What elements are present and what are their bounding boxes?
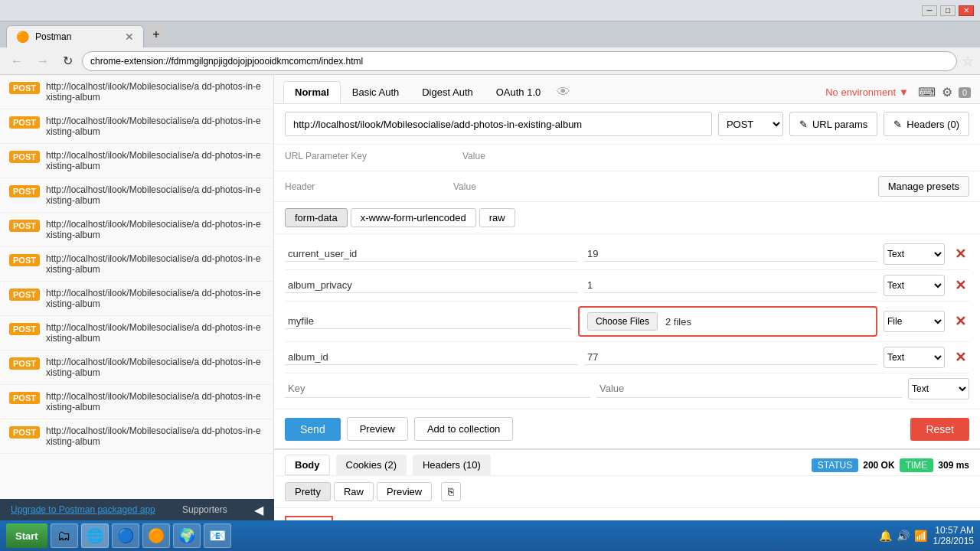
request-type-tabs: Normal Basic Auth Digest Auth OAuth 1.0 …: [274, 75, 980, 104]
minimize-button[interactable]: ─: [922, 5, 937, 16]
tab-cookies[interactable]: Cookies (2): [336, 455, 407, 475]
field-type-select-myfile[interactable]: Text File: [884, 311, 945, 332]
method-badge: POST: [9, 323, 40, 335]
tab-raw[interactable]: Raw: [334, 482, 374, 501]
settings-icon-button[interactable]: ⚙: [942, 85, 952, 99]
reset-button[interactable]: Reset: [910, 418, 969, 441]
start-button[interactable]: Start: [6, 523, 47, 548]
tab-raw[interactable]: raw: [479, 208, 515, 227]
form-fields: Text File ✕ Text File ✕ Choose Files: [274, 234, 980, 409]
taskbar: Start 🗂 🌐 🔵 🟠 🌍 📧 🔔 🔊 📶 10:57 AM 1/28/20…: [0, 520, 980, 551]
collapse-button[interactable]: ◀: [254, 503, 263, 517]
tab-oauth[interactable]: OAuth 1.0: [485, 81, 553, 103]
taskbar-file-explorer[interactable]: 🗂: [51, 523, 78, 548]
tab-urlencoded[interactable]: x-www-form-urlencoded: [351, 208, 476, 227]
send-button[interactable]: Send: [285, 418, 341, 441]
tab-headers[interactable]: Headers (10): [413, 455, 491, 475]
forward-button[interactable]: →: [32, 53, 54, 70]
field-key-album-id[interactable]: [285, 350, 578, 365]
field-value-album-id[interactable]: [584, 350, 877, 365]
url-input[interactable]: [285, 112, 712, 136]
list-item[interactable]: POST http://localhost/ilook/Mobilesocial…: [0, 109, 273, 144]
tray-icon-1: 🔔: [879, 530, 892, 542]
eye-icon[interactable]: 👁: [557, 84, 570, 100]
list-item[interactable]: POST http://localhost/ilook/Mobilesocial…: [0, 419, 273, 454]
tab-body[interactable]: Body: [285, 455, 330, 475]
taskbar-network[interactable]: 🌍: [173, 523, 201, 548]
reload-button[interactable]: ↻: [58, 52, 77, 70]
tray-icon-3: 📶: [914, 530, 927, 542]
field-value-current-user-id[interactable]: [584, 246, 877, 262]
field-type-select-album-privacy[interactable]: Text File: [884, 275, 945, 296]
copy-response-button[interactable]: ⎘: [441, 482, 461, 501]
method-select[interactable]: POST GET PUT DELETE PATCH: [718, 112, 783, 136]
field-key-album-privacy[interactable]: [285, 278, 578, 293]
add-to-collection-button[interactable]: Add to collection: [414, 417, 513, 441]
method-badge: POST: [9, 185, 40, 197]
delete-album-privacy-button[interactable]: ✕: [951, 277, 969, 294]
choose-files-button[interactable]: Choose Files: [587, 312, 658, 331]
url-params-button[interactable]: ✎ URL params: [789, 112, 877, 136]
headers-button[interactable]: ✎ Headers (0): [884, 112, 969, 136]
table-row: Text File ✕: [285, 239, 969, 270]
status-label: STATUS: [812, 458, 859, 472]
list-item[interactable]: POST http://localhost/ilook/Mobilesocial…: [0, 213, 273, 247]
back-button[interactable]: ←: [6, 53, 28, 70]
field-key-current-user-id[interactable]: [285, 246, 578, 262]
environment-selector[interactable]: No environment ▼: [825, 86, 909, 98]
tab-preview[interactable]: Preview: [377, 482, 432, 501]
browser-tab[interactable]: 🟠 Postman ✕: [6, 25, 144, 47]
preview-button[interactable]: Preview: [347, 417, 408, 441]
content-area: Normal Basic Auth Digest Auth OAuth 1.0 …: [274, 75, 980, 520]
empty-key-input[interactable]: [285, 380, 590, 398]
main-layout: POST http://localhost/ilook/Mobilesocial…: [0, 75, 980, 520]
delete-myfile-button[interactable]: ✕: [951, 313, 969, 330]
browser-titlebar: ─ □ ✕: [0, 0, 980, 21]
field-key-myfile[interactable]: [285, 314, 572, 329]
field-type-select-current-user-id[interactable]: Text File: [884, 243, 945, 265]
sidebar-url: http://localhost/ilook/Mobilesocialise/a…: [46, 81, 264, 103]
list-item[interactable]: POST http://localhost/ilook/Mobilesocial…: [0, 75, 273, 109]
system-tray: 🔔 🔊 📶: [879, 530, 927, 542]
list-item[interactable]: POST http://localhost/ilook/Mobilesocial…: [0, 282, 273, 316]
url-row: POST GET PUT DELETE PATCH ✎ URL params ✎…: [274, 104, 980, 145]
list-item[interactable]: POST http://localhost/ilook/Mobilesocial…: [0, 316, 273, 350]
bookmark-icon[interactable]: ☆: [962, 53, 974, 70]
supporters-link[interactable]: Supporters: [182, 504, 227, 515]
tab-digest-auth[interactable]: Digest Auth: [410, 81, 485, 103]
taskbar-browser[interactable]: 🌐: [81, 523, 109, 548]
manage-presets-button[interactable]: Manage presets: [878, 176, 969, 197]
close-button[interactable]: ✕: [959, 5, 974, 16]
sidebar-url: http://localhost/ilook/Mobilesocialise/a…: [46, 391, 264, 412]
keyboard-icon-button[interactable]: ⌨: [918, 85, 936, 99]
field-value-album-privacy[interactable]: [584, 278, 877, 293]
tab-close-button[interactable]: ✕: [125, 31, 134, 43]
maximize-button[interactable]: □: [940, 5, 956, 16]
list-item[interactable]: POST http://localhost/ilook/Mobilesocial…: [0, 350, 273, 385]
taskbar-chrome[interactable]: 🔵: [112, 523, 139, 548]
delete-current-user-id-button[interactable]: ✕: [951, 246, 969, 262]
upgrade-link[interactable]: Upgrade to Postman packaged app: [11, 504, 155, 515]
table-row: Choose Files 2 files Text File ✕: [285, 302, 969, 342]
sidebar-url: http://localhost/ilook/Mobilesocialise/a…: [46, 150, 264, 171]
taskbar-app6[interactable]: 📧: [204, 523, 231, 548]
tab-normal[interactable]: Normal: [283, 81, 341, 103]
empty-value-input[interactable]: [596, 380, 902, 398]
tab-basic-auth[interactable]: Basic Auth: [341, 81, 410, 103]
list-item[interactable]: POST http://localhost/ilook/Mobilesocial…: [0, 247, 273, 282]
field-type-select-album-id[interactable]: Text File: [884, 347, 945, 368]
sidebar: POST http://localhost/ilook/Mobilesocial…: [0, 75, 274, 520]
empty-type-select[interactable]: Text File: [908, 378, 969, 399]
list-item[interactable]: POST http://localhost/ilook/Mobilesocial…: [0, 385, 273, 419]
tab-form-data[interactable]: form-data: [285, 208, 348, 227]
taskbar-app4[interactable]: 🟠: [142, 523, 170, 548]
list-item[interactable]: POST http://localhost/ilook/Mobilesocial…: [0, 178, 273, 213]
address-bar[interactable]: [82, 51, 957, 71]
delete-album-id-button[interactable]: ✕: [951, 349, 969, 366]
method-badge: POST: [9, 392, 40, 404]
header-value-label: Value: [453, 181, 878, 192]
tab-pretty[interactable]: Pretty: [285, 482, 331, 501]
new-tab-button[interactable]: +: [147, 25, 165, 44]
sidebar-url: http://localhost/ilook/Mobilesocialise/a…: [46, 219, 264, 240]
list-item[interactable]: POST http://localhost/ilook/Mobilesocial…: [0, 144, 273, 178]
